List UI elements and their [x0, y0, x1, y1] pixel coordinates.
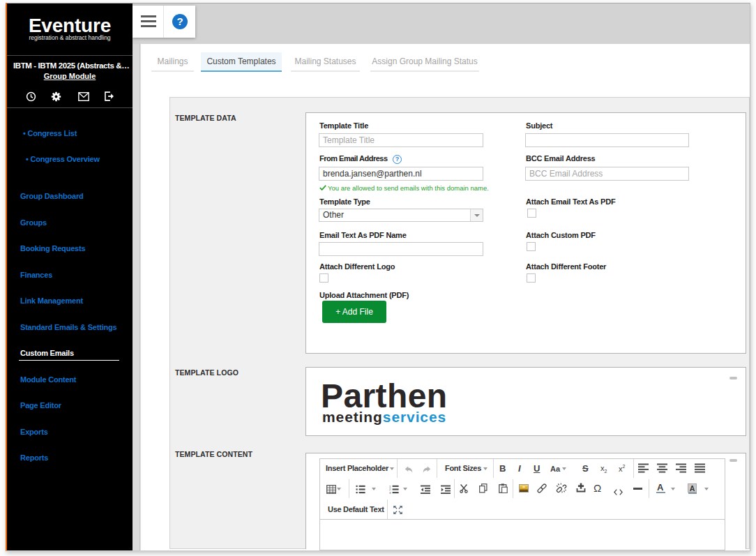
svg-text:3: 3 [389, 491, 391, 494]
